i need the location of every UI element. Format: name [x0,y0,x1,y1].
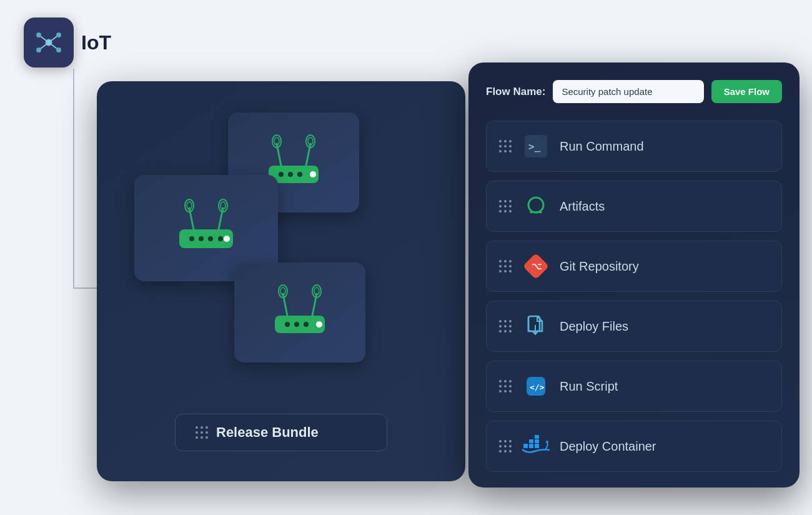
git-icon: ⌥ [522,252,550,280]
flow-name-input[interactable] [553,80,703,103]
run-command-label: Run Command [560,139,644,154]
svg-point-8 [36,48,41,52]
svg-rect-54 [523,444,528,448]
deploy-container-label: Deploy Container [560,439,656,454]
script-icon: </> [522,372,550,400]
connector-vertical [73,69,74,288]
svg-point-32 [224,236,230,242]
svg-point-29 [199,236,204,241]
svg-rect-57 [529,439,533,443]
run-script-label: Run Script [560,379,618,394]
svg-text:⌥: ⌥ [532,261,542,271]
action-item-deploy-files[interactable]: Deploy Files [486,301,782,352]
svg-point-28 [189,236,194,241]
svg-point-6 [36,32,41,38]
drag-handle-icon [499,200,512,213]
svg-rect-55 [529,444,533,448]
svg-point-30 [208,236,213,241]
deploy-files-label: Deploy Files [560,319,628,334]
action-item-deploy-container[interactable]: Deploy Container [486,421,782,472]
iot-icon-container: IoT [24,18,111,68]
svg-point-43 [316,321,322,328]
flow-name-label: Flow Name: [486,86,545,98]
svg-rect-59 [535,435,539,439]
drag-handle-icon [196,426,209,439]
svg-point-18 [288,172,293,177]
drag-handle-icon [499,260,512,273]
svg-point-9 [56,48,61,52]
drag-handle-icon [499,440,512,453]
svg-point-60 [546,441,548,443]
docker-icon [522,432,550,460]
artifacts-label: Artifacts [560,199,605,214]
deploy-files-icon [522,312,550,340]
router-icon-bot [259,281,340,344]
release-bundle-label: Release Bundle [216,424,319,441]
iot-label: IoT [81,31,111,54]
artifact-icon [522,192,550,220]
svg-text:</>: </> [530,382,545,392]
git-repository-label: Git Repository [560,259,639,274]
svg-rect-56 [535,444,539,448]
right-panel: Flow Name: Save Flow >_ Run Command [468,62,800,488]
svg-rect-47 [530,211,542,213]
drag-handle-icon [499,140,512,153]
iot-network-icon [34,28,64,58]
svg-text:>_: >_ [528,141,541,152]
svg-point-19 [297,172,302,177]
action-list: >_ Run Command Artifacts [486,121,782,472]
terminal-icon: >_ [522,132,550,160]
iot-icon-box [24,18,74,68]
svg-point-17 [279,172,284,177]
svg-rect-50 [528,316,540,331]
svg-point-41 [294,322,299,327]
device-card-bot [234,262,365,362]
device-panel: Release Bundle [97,81,465,481]
release-bundle-button[interactable]: Release Bundle [175,414,387,451]
drag-handle-icon [499,380,512,393]
svg-point-7 [56,32,61,38]
drag-handle-icon [499,320,512,333]
action-item-git-repository[interactable]: ⌥ Git Repository [486,241,782,292]
router-icon-mid [166,197,247,259]
flow-header: Flow Name: Save Flow [486,80,782,103]
save-flow-button[interactable]: Save Flow [711,80,782,103]
svg-point-40 [285,322,290,327]
action-item-run-script[interactable]: </> Run Script [486,361,782,412]
action-item-artifacts[interactable]: Artifacts [486,181,782,232]
svg-point-46 [528,198,543,212]
svg-point-20 [310,171,316,178]
svg-rect-58 [535,439,539,443]
svg-point-42 [304,322,309,327]
svg-point-31 [218,236,223,241]
action-item-run-command[interactable]: >_ Run Command [486,121,782,172]
